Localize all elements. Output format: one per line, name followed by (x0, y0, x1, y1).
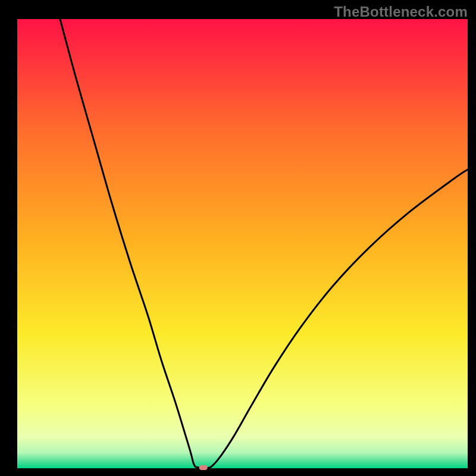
valley-marker (199, 465, 207, 470)
watermark-text: TheBottleneck.com (334, 4, 468, 20)
bottleneck-chart (0, 0, 476, 476)
plot-background (17, 19, 468, 468)
chart-frame: TheBottleneck.com (0, 0, 476, 476)
